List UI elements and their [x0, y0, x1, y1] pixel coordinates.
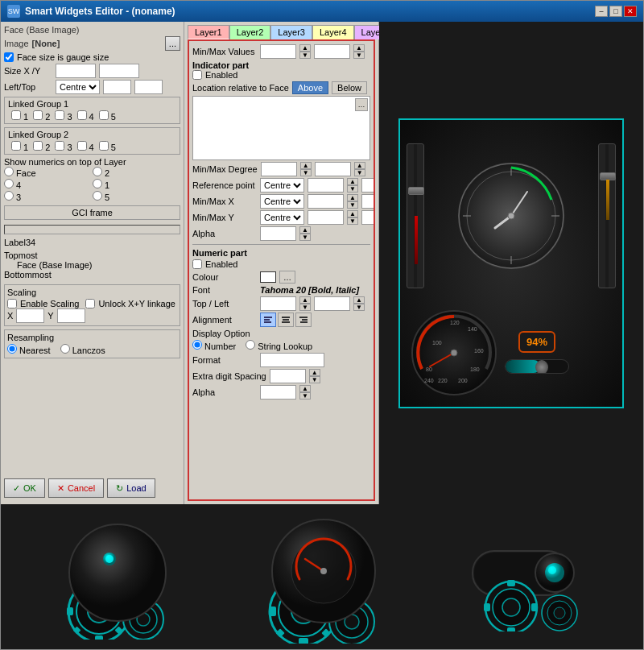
tab-layer3[interactable]: Layer3 — [270, 25, 312, 39]
top-val-input[interactable]: 0.0 — [134, 80, 163, 94]
lg2-cb4[interactable]: 4 — [77, 141, 94, 152]
lg2-cb1[interactable]: 1 — [11, 141, 28, 152]
left-slider[interactable] — [407, 143, 424, 288]
maximize-button[interactable]: □ — [609, 6, 622, 17]
min-deg-down[interactable]: ▼ — [300, 169, 312, 176]
alpha-down[interactable]: ▼ — [299, 234, 311, 241]
alpha2-input[interactable]: 255 — [260, 385, 296, 400]
show-4-radio[interactable]: 4 — [4, 179, 92, 190]
ok-button[interactable]: ✓ OK — [4, 478, 45, 498]
format-input[interactable]: 0 — [260, 353, 324, 367]
maxx-val-input[interactable]: 0.0 — [361, 194, 375, 209]
enable-scaling-cb[interactable] — [7, 299, 17, 308]
ref-x-down[interactable]: ▼ — [347, 185, 358, 193]
tab-layer4[interactable]: Layer4 — [312, 25, 354, 39]
indicator-enabled-cb[interactable] — [192, 70, 202, 80]
top-up[interactable]: ▲ — [299, 296, 311, 304]
numeric-enabled-cb[interactable] — [192, 259, 202, 269]
miny-down[interactable]: ▼ — [347, 217, 358, 225]
miny-val-input[interactable]: 0.0 — [308, 210, 344, 225]
align-center-button[interactable] — [278, 313, 294, 327]
lg1-cb4[interactable]: 4 — [77, 110, 94, 122]
alpha2-down[interactable]: ▼ — [299, 392, 311, 400]
above-button[interactable]: Above — [292, 81, 328, 94]
max-deg-down[interactable]: ▼ — [354, 169, 365, 176]
face-size-checkbox[interactable] — [4, 52, 14, 62]
maxy-val-input[interactable]: 0.0 — [361, 210, 375, 225]
cancel-button[interactable]: ✕ Cancel — [48, 478, 104, 498]
lg2-cb5[interactable]: 5 — [99, 141, 116, 152]
minx-dropdown[interactable]: Centre — [260, 194, 304, 209]
scale-y-input[interactable]: 1.00 — [57, 308, 85, 323]
max-degree-input[interactable]: 0.0 — [315, 162, 351, 176]
scale-x-input[interactable]: 1.00 — [16, 308, 44, 323]
colour-browse-button[interactable]: … — [279, 271, 295, 284]
show-2-radio[interactable]: 2 — [93, 167, 180, 178]
lanczos-radio[interactable]: Lanczos — [60, 344, 105, 355]
show-3-radio[interactable]: 3 — [4, 191, 92, 202]
minimize-button[interactable]: – — [595, 6, 608, 17]
image-browse-button[interactable]: ... — [165, 36, 180, 51]
min-deg-up[interactable]: ▲ — [300, 162, 312, 169]
lg1-cb2[interactable]: 2 — [33, 110, 50, 122]
minx-up[interactable]: ▲ — [347, 194, 358, 201]
load-button[interactable]: ↻ Load — [107, 478, 155, 498]
max-spin-down[interactable]: ▼ — [353, 52, 365, 59]
alpha2-up[interactable]: ▲ — [299, 385, 311, 392]
show-5-radio[interactable]: 5 — [93, 191, 180, 202]
ref-y-input[interactable]: 0.0 — [361, 178, 375, 193]
ref-x-input[interactable]: 0.0 — [308, 178, 344, 193]
miny-up[interactable]: ▲ — [347, 210, 358, 217]
alpha-input[interactable]: 255 — [260, 226, 296, 241]
min-spin-down[interactable]: ▼ — [299, 52, 311, 59]
close-button[interactable]: ✕ — [624, 6, 637, 17]
indicator-corner-button[interactable]: … — [355, 98, 368, 111]
min-spin-up[interactable]: ▲ — [299, 44, 311, 52]
topmost-face-label: Face (Base Image) — [17, 260, 180, 270]
number-radio[interactable]: Number — [192, 340, 236, 351]
left-up[interactable]: ▲ — [353, 296, 365, 304]
show-1-radio[interactable]: 1 — [93, 179, 180, 190]
colour-swatch[interactable] — [260, 271, 276, 283]
size-x-input[interactable]: 200 — [56, 64, 96, 78]
ref-x-up[interactable]: ▲ — [347, 178, 358, 185]
minx-down[interactable]: ▼ — [347, 201, 358, 209]
max-val-input[interactable]: 0 — [314, 44, 350, 59]
ref-dropdown[interactable]: Centre — [260, 178, 304, 193]
lg1-cb5[interactable]: 5 — [99, 110, 116, 122]
alpha-up[interactable]: ▲ — [299, 226, 311, 234]
extra-digit-input[interactable]: 0 — [270, 369, 306, 383]
max-deg-up[interactable]: ▲ — [354, 162, 365, 169]
extra-down[interactable]: ▼ — [309, 376, 320, 383]
tab-layer1[interactable]: Layer1 — [188, 25, 229, 39]
nearest-radio[interactable]: Nearest — [7, 344, 51, 355]
align-right-button[interactable] — [295, 313, 312, 327]
scrollbar-h[interactable] — [4, 225, 180, 234]
max-spin-up[interactable]: ▲ — [353, 44, 365, 52]
svg-rect-2 — [264, 321, 271, 323]
unlock-xy-cb[interactable] — [85, 299, 95, 308]
left-down[interactable]: ▼ — [353, 304, 365, 311]
top-down[interactable]: ▼ — [299, 304, 311, 311]
min-val-input[interactable]: 0 — [260, 44, 296, 59]
align-left-button[interactable] — [260, 313, 276, 327]
lg1-cb1[interactable]: 1 — [11, 110, 28, 122]
top-input[interactable]: 0 — [260, 296, 296, 311]
miny-dropdown[interactable]: Centre — [260, 210, 304, 225]
below-button[interactable]: Below — [332, 81, 367, 94]
right-slider[interactable] — [598, 143, 616, 288]
show-face-radio[interactable]: Face — [4, 167, 92, 178]
min-degree-input[interactable]: 0.0 — [261, 162, 297, 176]
tab-layer2[interactable]: Layer2 — [229, 25, 271, 39]
minx-val-input[interactable]: 0.0 — [308, 194, 344, 209]
extra-up[interactable]: ▲ — [309, 369, 320, 376]
left-val-input[interactable]: 0.0 — [103, 80, 131, 94]
lg2-cb3[interactable]: 3 — [55, 141, 72, 152]
size-y-input[interactable]: 200 — [99, 64, 139, 78]
left-input[interactable]: 0 — [314, 296, 350, 311]
teal-slider-bar[interactable] — [505, 359, 569, 374]
left-top-dropdown[interactable]: Centre — [56, 80, 100, 94]
string-lookup-radio[interactable]: String Lookup — [246, 340, 312, 351]
lg2-cb2[interactable]: 2 — [33, 141, 50, 152]
lg1-cb3[interactable]: 3 — [55, 110, 72, 122]
